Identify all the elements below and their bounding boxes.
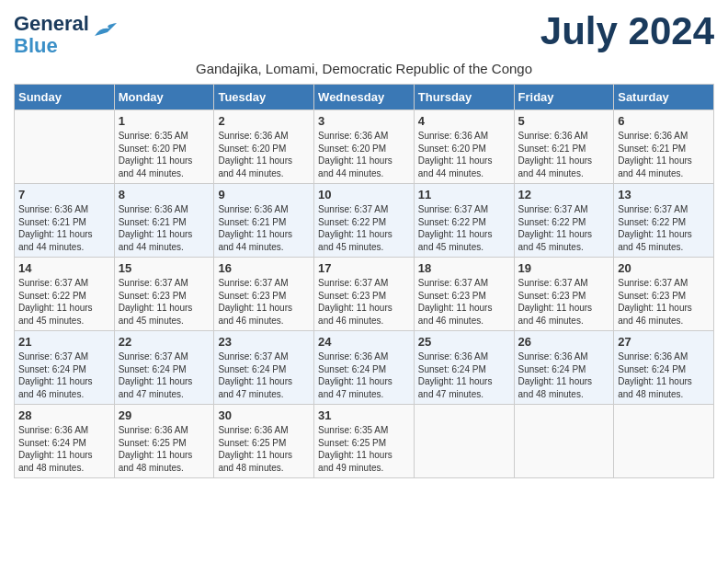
day-info: Sunrise: 6:36 AMSunset: 6:21 PMDaylight:… — [119, 203, 210, 253]
day-number: 26 — [518, 335, 610, 349]
column-header-wednesday: Wednesday — [314, 85, 415, 110]
day-info: Sunrise: 6:37 AMSunset: 6:22 PMDaylight:… — [618, 203, 710, 253]
calendar-cell: 3Sunrise: 6:36 AMSunset: 6:20 PMDaylight… — [314, 110, 415, 184]
day-number: 25 — [418, 335, 510, 349]
calendar-cell: 10Sunrise: 6:37 AMSunset: 6:22 PMDayligh… — [314, 184, 415, 258]
day-info: Sunrise: 6:37 AMSunset: 6:24 PMDaylight:… — [18, 350, 110, 400]
calendar-cell: 25Sunrise: 6:36 AMSunset: 6:24 PMDayligh… — [414, 331, 514, 405]
day-number: 5 — [518, 114, 610, 128]
column-header-tuesday: Tuesday — [214, 85, 314, 110]
day-info: Sunrise: 6:36 AMSunset: 6:20 PMDaylight:… — [218, 130, 310, 179]
logo-general: General — [14, 12, 89, 35]
calendar-cell: 13Sunrise: 6:37 AMSunset: 6:22 PMDayligh… — [614, 184, 714, 258]
calendar-cell: 11Sunrise: 6:37 AMSunset: 6:22 PMDayligh… — [414, 184, 514, 258]
day-info: Sunrise: 6:36 AMSunset: 6:20 PMDaylight:… — [318, 130, 410, 179]
column-header-sunday: Sunday — [15, 85, 115, 110]
day-number: 18 — [418, 261, 510, 275]
day-number: 7 — [18, 188, 110, 201]
calendar-cell — [514, 405, 614, 478]
day-info: Sunrise: 6:36 AMSunset: 6:24 PMDaylight:… — [18, 424, 110, 474]
calendar-cell: 26Sunrise: 6:36 AMSunset: 6:24 PMDayligh… — [514, 331, 614, 405]
calendar-cell: 1Sunrise: 6:35 AMSunset: 6:20 PMDaylight… — [114, 110, 214, 184]
calendar-week-row: 21Sunrise: 6:37 AMSunset: 6:24 PMDayligh… — [15, 331, 714, 405]
calendar-cell: 15Sunrise: 6:37 AMSunset: 6:23 PMDayligh… — [114, 258, 214, 331]
calendar-week-row: 28Sunrise: 6:36 AMSunset: 6:24 PMDayligh… — [15, 405, 714, 478]
month-year-title: July 2024 — [540, 9, 714, 53]
calendar-cell: 8Sunrise: 6:36 AMSunset: 6:21 PMDaylight… — [114, 184, 214, 258]
day-info: Sunrise: 6:36 AMSunset: 6:24 PMDaylight:… — [318, 350, 410, 400]
day-info: Sunrise: 6:37 AMSunset: 6:23 PMDaylight:… — [418, 277, 510, 327]
day-info: Sunrise: 6:37 AMSunset: 6:23 PMDaylight:… — [518, 277, 610, 327]
day-number: 29 — [119, 408, 210, 422]
day-number: 16 — [218, 261, 310, 275]
calendar-cell: 21Sunrise: 6:37 AMSunset: 6:24 PMDayligh… — [15, 331, 115, 405]
day-number: 8 — [119, 188, 210, 201]
calendar-cell: 27Sunrise: 6:36 AMSunset: 6:24 PMDayligh… — [614, 331, 714, 405]
day-info: Sunrise: 6:37 AMSunset: 6:24 PMDaylight:… — [218, 350, 310, 400]
day-number: 11 — [418, 188, 510, 201]
day-info: Sunrise: 6:37 AMSunset: 6:22 PMDaylight:… — [18, 277, 110, 327]
day-number: 1 — [119, 114, 210, 128]
day-number: 12 — [518, 188, 610, 201]
day-info: Sunrise: 6:37 AMSunset: 6:23 PMDaylight:… — [119, 277, 210, 327]
day-number: 30 — [218, 408, 310, 422]
day-number: 23 — [218, 335, 310, 349]
day-info: Sunrise: 6:37 AMSunset: 6:23 PMDaylight:… — [218, 277, 310, 327]
calendar-week-row: 1Sunrise: 6:35 AMSunset: 6:20 PMDaylight… — [15, 110, 714, 184]
day-number: 17 — [318, 261, 410, 275]
day-info: Sunrise: 6:36 AMSunset: 6:21 PMDaylight:… — [618, 130, 710, 179]
day-info: Sunrise: 6:36 AMSunset: 6:24 PMDaylight:… — [518, 350, 610, 400]
day-number: 9 — [218, 188, 310, 201]
calendar-cell — [414, 405, 514, 478]
logo: General Blue — [14, 13, 120, 57]
day-number: 4 — [418, 114, 510, 128]
day-info: Sunrise: 6:36 AMSunset: 6:21 PMDaylight:… — [518, 130, 610, 179]
day-number: 22 — [119, 335, 210, 349]
calendar-cell: 4Sunrise: 6:36 AMSunset: 6:20 PMDaylight… — [414, 110, 514, 184]
day-number: 31 — [318, 408, 410, 422]
logo-blue: Blue — [14, 34, 58, 57]
calendar-cell: 28Sunrise: 6:36 AMSunset: 6:24 PMDayligh… — [15, 405, 115, 478]
column-header-friday: Friday — [514, 85, 614, 110]
calendar-week-row: 7Sunrise: 6:36 AMSunset: 6:21 PMDaylight… — [15, 184, 714, 258]
calendar-cell: 23Sunrise: 6:37 AMSunset: 6:24 PMDayligh… — [214, 331, 314, 405]
column-header-saturday: Saturday — [614, 85, 714, 110]
column-header-thursday: Thursday — [414, 85, 514, 110]
calendar-cell: 22Sunrise: 6:37 AMSunset: 6:24 PMDayligh… — [114, 331, 214, 405]
calendar-cell: 6Sunrise: 6:36 AMSunset: 6:21 PMDaylight… — [614, 110, 714, 184]
calendar-cell: 20Sunrise: 6:37 AMSunset: 6:23 PMDayligh… — [614, 258, 714, 331]
day-info: Sunrise: 6:36 AMSunset: 6:21 PMDaylight:… — [218, 203, 310, 253]
calendar-cell: 17Sunrise: 6:37 AMSunset: 6:23 PMDayligh… — [314, 258, 415, 331]
day-info: Sunrise: 6:37 AMSunset: 6:24 PMDaylight:… — [119, 350, 210, 400]
calendar-cell — [614, 405, 714, 478]
column-header-monday: Monday — [114, 85, 214, 110]
calendar-cell: 2Sunrise: 6:36 AMSunset: 6:20 PMDaylight… — [214, 110, 314, 184]
day-info: Sunrise: 6:37 AMSunset: 6:22 PMDaylight:… — [518, 203, 610, 253]
day-info: Sunrise: 6:36 AMSunset: 6:24 PMDaylight:… — [418, 350, 510, 400]
calendar-cell: 16Sunrise: 6:37 AMSunset: 6:23 PMDayligh… — [214, 258, 314, 331]
day-info: Sunrise: 6:37 AMSunset: 6:23 PMDaylight:… — [618, 277, 710, 327]
day-info: Sunrise: 6:36 AMSunset: 6:25 PMDaylight:… — [119, 424, 210, 474]
day-number: 2 — [218, 114, 310, 128]
day-number: 3 — [318, 114, 410, 128]
day-number: 6 — [618, 114, 710, 128]
day-number: 20 — [618, 261, 710, 275]
calendar-cell — [15, 110, 115, 184]
calendar-week-row: 14Sunrise: 6:37 AMSunset: 6:22 PMDayligh… — [15, 258, 714, 331]
day-number: 13 — [618, 188, 710, 201]
day-number: 14 — [18, 261, 110, 275]
calendar-cell: 30Sunrise: 6:36 AMSunset: 6:25 PMDayligh… — [214, 405, 314, 478]
day-number: 15 — [119, 261, 210, 275]
day-info: Sunrise: 6:37 AMSunset: 6:22 PMDaylight:… — [418, 203, 510, 253]
day-number: 19 — [518, 261, 610, 275]
calendar-cell: 12Sunrise: 6:37 AMSunset: 6:22 PMDayligh… — [514, 184, 614, 258]
calendar-cell: 9Sunrise: 6:36 AMSunset: 6:21 PMDaylight… — [214, 184, 314, 258]
calendar-cell: 24Sunrise: 6:36 AMSunset: 6:24 PMDayligh… — [314, 331, 415, 405]
day-info: Sunrise: 6:35 AMSunset: 6:25 PMDaylight:… — [318, 424, 410, 474]
calendar-cell: 18Sunrise: 6:37 AMSunset: 6:23 PMDayligh… — [414, 258, 514, 331]
calendar-header-row: SundayMondayTuesdayWednesdayThursdayFrid… — [15, 85, 714, 110]
day-info: Sunrise: 6:36 AMSunset: 6:25 PMDaylight:… — [218, 424, 310, 474]
calendar-cell: 14Sunrise: 6:37 AMSunset: 6:22 PMDayligh… — [15, 258, 115, 331]
calendar-cell: 19Sunrise: 6:37 AMSunset: 6:23 PMDayligh… — [514, 258, 614, 331]
calendar-table: SundayMondayTuesdayWednesdayThursdayFrid… — [14, 84, 714, 478]
